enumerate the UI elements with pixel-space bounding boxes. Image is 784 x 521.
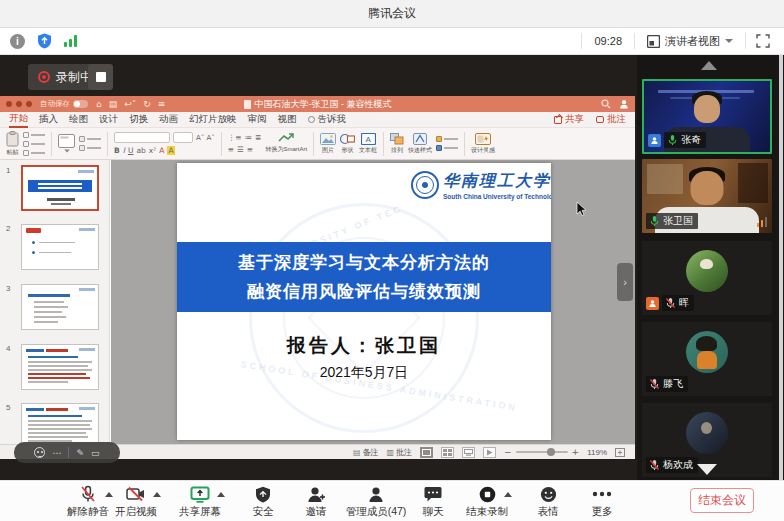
security-shield-icon[interactable] — [37, 33, 52, 49]
comments-status-button[interactable]: ▥批注 — [386, 447, 412, 458]
network-signal-icon[interactable] — [64, 35, 77, 47]
menu-tellme[interactable]: 告诉我 — [308, 113, 347, 126]
reading-view-button[interactable] — [462, 447, 475, 458]
slide-thumbnail-4[interactable] — [21, 344, 99, 390]
picture-button[interactable]: 图片 — [320, 133, 336, 155]
slide-thumbnail-panel[interactable]: 1 2 3 — [0, 160, 110, 444]
fullscreen-button[interactable] — [746, 28, 784, 54]
view-mode-button[interactable]: 演讲者视图 — [635, 28, 745, 54]
design-ideas-button[interactable]: 设计灵感 — [471, 133, 495, 155]
sidebar-scrollbar[interactable] — [779, 55, 783, 480]
participant-tile-zhangweiguo[interactable]: 张卫国 — [642, 159, 772, 233]
participant-tile-hui[interactable]: 晖 — [642, 241, 772, 315]
slide-thumbnail-1[interactable] — [21, 165, 99, 211]
menu-review[interactable]: 审阅 — [248, 113, 267, 126]
invite-person-icon — [307, 486, 326, 503]
slide-canvas[interactable]: UNIVERSITY OF TEC SCHOOL OF BUSINESS ADM… — [111, 160, 635, 444]
current-slide: UNIVERSITY OF TEC SCHOOL OF BUSINESS ADM… — [177, 163, 551, 440]
mic-on-icon — [667, 134, 678, 146]
menu-design[interactable]: 设计 — [99, 113, 118, 126]
divider — [68, 447, 69, 458]
insert-group: 图片 形状 A 文本框 — [320, 133, 377, 155]
reaction-smiley-icon[interactable] — [34, 447, 45, 458]
avatar — [686, 412, 728, 454]
menu-draw[interactable]: 绘图 — [69, 113, 88, 126]
menu-animations[interactable]: 动画 — [159, 113, 178, 126]
mic-muted-icon — [649, 378, 660, 390]
participant-tile-tengfei[interactable]: 滕飞 — [642, 322, 772, 396]
search-icon[interactable] — [601, 99, 611, 109]
slide-thumbnail-3[interactable] — [21, 284, 99, 330]
menu-transitions[interactable]: 切换 — [129, 113, 148, 126]
menu-home[interactable]: 开始 — [9, 112, 28, 128]
scroll-up-icon[interactable] — [701, 61, 717, 70]
slide-thumbnail-5[interactable] — [21, 403, 99, 444]
home-icon[interactable]: ⌂ — [96, 99, 102, 109]
zoom-in-icon[interactable]: + — [572, 447, 580, 457]
arrange-group: 排列 快速样式 — [390, 133, 458, 155]
paste-button[interactable]: 粘贴 — [6, 131, 19, 157]
redo-icon[interactable]: ↻ — [143, 99, 151, 109]
window-control-dots[interactable] — [6, 101, 32, 107]
menu-view[interactable]: 视图 — [278, 113, 297, 126]
layout-mini-commands[interactable] — [79, 136, 101, 151]
scroll-down-icon[interactable] — [697, 464, 717, 475]
font-format-buttons[interactable]: BIUabx²AA — [114, 146, 215, 155]
slideshow-view-button[interactable] — [483, 447, 496, 458]
list-buttons[interactable]: ⋮≡≔≣ — [228, 133, 262, 142]
more-commands-icon[interactable]: ≡ — [158, 99, 166, 109]
stop-recording-button[interactable] — [88, 64, 113, 90]
slide-sorter-view-button[interactable] — [441, 447, 454, 458]
more-dots-icon[interactable]: ⋯ — [52, 448, 61, 458]
clipboard-mini-commands[interactable] — [23, 132, 45, 156]
meeting-info-icon[interactable]: i — [10, 34, 25, 49]
floating-annotation-bar[interactable]: ⋯ ✎ ▭ — [14, 442, 120, 463]
zoom-slider[interactable]: − + — [504, 447, 579, 457]
more-button[interactable]: 更多 — [559, 485, 645, 519]
slide-thumbnail-2[interactable] — [21, 224, 99, 270]
menu-slideshow[interactable]: 幻灯片放映 — [189, 113, 237, 126]
font-name-select[interactable] — [114, 132, 170, 143]
comments-button[interactable]: 批注 — [596, 113, 626, 126]
zoom-out-icon[interactable]: − — [504, 447, 512, 457]
autosave-toggle[interactable]: 自动保存 — [40, 99, 88, 109]
smartart-button[interactable]: 转换为SmartArt — [265, 133, 307, 154]
textbox-button[interactable]: A 文本框 — [359, 133, 377, 155]
fit-slide-icon[interactable] — [615, 448, 625, 457]
window-title: 腾讯会议 — [368, 5, 416, 22]
pen-icon[interactable]: ✎ — [76, 448, 84, 458]
grow-shrink-font[interactable]: A˄ A˅ — [196, 134, 215, 142]
participant-tile-zhangqi[interactable]: 张奇 — [642, 79, 772, 154]
undo-icon[interactable]: ↩˅ — [124, 99, 136, 109]
picture-icon — [320, 133, 336, 145]
participant-name: 张奇 — [681, 133, 701, 147]
sidebar-collapse-button[interactable]: › — [617, 263, 633, 301]
zoom-percent[interactable]: 119% — [587, 448, 607, 457]
save-icon[interactable]: ▤ — [109, 99, 118, 109]
account-icon[interactable] — [619, 99, 629, 109]
mic-muted-icon — [665, 297, 676, 309]
weak-signal-icon — [757, 217, 768, 227]
frame-icon[interactable]: ▭ — [91, 448, 100, 458]
notes-button[interactable]: ▤备注 — [353, 447, 379, 458]
zoom-track[interactable] — [516, 451, 568, 453]
normal-view-button[interactable] — [420, 447, 433, 458]
share-button[interactable]: 共享 — [554, 113, 584, 126]
quick-styles-button[interactable]: 快速样式 — [408, 133, 432, 155]
avatar — [686, 250, 728, 292]
more-dots-icon — [592, 491, 612, 497]
align-buttons[interactable]: ≡☰≡ — [228, 145, 262, 154]
arrange-button[interactable]: 排列 — [390, 133, 404, 155]
shapes-button[interactable]: 形状 — [340, 133, 355, 155]
font-size-select[interactable] — [173, 132, 193, 143]
document-title: 中国石油大学-张卫国 - 兼容性模式 — [244, 96, 392, 112]
fullscreen-icon — [756, 34, 770, 48]
shape-format-mini[interactable] — [436, 136, 458, 151]
tencent-meeting-window: 腾讯会议 i 09:28 演讲者视图 录制中 — [0, 0, 784, 521]
textbox-icon: A — [361, 133, 376, 145]
menu-insert[interactable]: 插入 — [39, 113, 58, 126]
quick-access-toolbar[interactable]: ⌂ ▤ ↩˅ ↻ ≡ — [96, 99, 165, 109]
zoom-knob[interactable] — [547, 448, 555, 456]
end-meeting-button[interactable]: 结束会议 — [690, 488, 754, 513]
new-slide-button[interactable] — [58, 134, 75, 153]
